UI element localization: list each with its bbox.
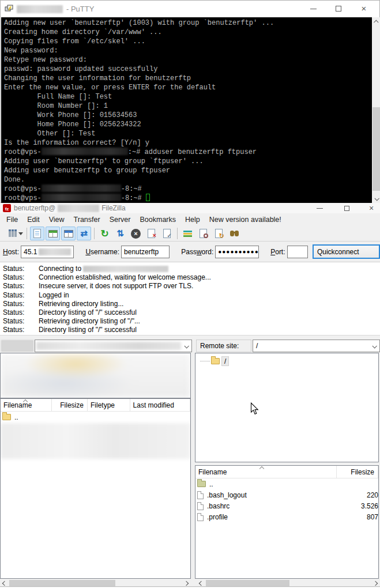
scroll-up-icon[interactable] — [372, 17, 380, 26]
local-updir-row[interactable]: .. — [1, 412, 190, 423]
port-label: Port: — [270, 248, 285, 256]
folder-icon — [197, 481, 206, 487]
server-address-blur — [58, 205, 99, 212]
cancel-button[interactable]: × — [129, 227, 143, 240]
site-manager-button[interactable] — [2, 227, 17, 240]
filezilla-minimize-icon[interactable] — [314, 203, 325, 213]
process-queue-button[interactable]: ⇅ — [113, 227, 127, 240]
status-row: Status:Directory listing of "/" successf… — [0, 308, 380, 317]
remote-directory-tree[interactable]: / — [195, 353, 379, 462]
disconnect-button[interactable]: × — [144, 227, 159, 240]
dropdown-arrow-icon — [18, 232, 23, 235]
password-label: Password: — [181, 248, 213, 256]
scrollbar-thumb[interactable] — [373, 107, 380, 191]
toggle-remote-tree-button[interactable] — [61, 227, 76, 240]
find-files-button[interactable] — [227, 227, 242, 240]
putty-terminal[interactable]: Adding new user `benutzerftp' (1003) wit… — [1, 17, 372, 203]
column-filetype[interactable]: Filetype — [88, 399, 130, 411]
local-site-combo[interactable] — [35, 340, 192, 352]
putty-close-icon[interactable]: × — [358, 1, 370, 17]
remote-file-list[interactable]: Filename Filesize .. .bash_logout 220 — [195, 465, 379, 579]
putty-maximize-icon[interactable] — [332, 1, 345, 17]
terminal-line: Is the information correct? [Y/n] y — [4, 138, 372, 148]
menu-edit[interactable]: Edit — [22, 214, 44, 225]
local-files-blur — [1, 423, 190, 459]
process-queue-icon: ⇅ — [116, 228, 124, 239]
status-row: Status:Insecure server, it does not supp… — [0, 282, 380, 291]
status-row: Status:Directory listing of "/" successf… — [0, 326, 380, 334]
terminal-line: Creating home directory `/var/www' ... — [4, 28, 372, 37]
putty-minimize-icon[interactable] — [307, 1, 319, 17]
menu-new-version[interactable]: New version available! — [205, 214, 286, 225]
local-file-list[interactable]: Filename Filesize Filetype Last modified… — [0, 398, 191, 579]
remote-file-row[interactable]: .bash_logout 220 — [195, 489, 378, 500]
local-tree-blur — [1, 353, 190, 398]
filezilla-close-icon[interactable]: × — [366, 203, 377, 213]
remote-updir-row[interactable]: .. — [195, 478, 378, 489]
terminal-line: passwd: password updated successfully — [4, 65, 372, 74]
menu-transfer[interactable]: Transfer — [69, 214, 105, 225]
toggle-local-tree-button[interactable] — [46, 227, 60, 240]
terminal-prompt-line: root@vps-:~# adduser benutzerftp ftpuser — [4, 148, 372, 157]
refresh-button[interactable]: ↻ — [97, 227, 112, 240]
selected-tree-item[interactable]: / — [221, 356, 229, 366]
terminal-line: Room Number []: 1 — [4, 101, 372, 111]
column-filesize[interactable]: Filesize — [337, 466, 378, 478]
check-icon: ✓ — [167, 233, 172, 239]
file-icon — [197, 491, 204, 499]
site-manager-dropdown[interactable] — [17, 227, 24, 240]
filezilla-window: fz benutzerftp@ FileZilla × File Edit Vi… — [0, 203, 380, 588]
local-path-blur — [36, 342, 181, 350]
menu-help[interactable]: Help — [180, 214, 205, 225]
hostname-blur — [42, 184, 121, 192]
terminal-line: Changing the user information for benutz… — [4, 74, 372, 83]
remote-tree-root-item[interactable]: / — [200, 356, 229, 366]
remote-file-row[interactable]: .profile 807 — [195, 511, 378, 522]
menu-view[interactable]: View — [44, 214, 69, 225]
toggle-message-log-button[interactable] — [30, 227, 44, 240]
file-panes: Filename Filesize Filetype Last modified… — [0, 338, 380, 588]
quickconnect-button[interactable]: Quickconnect — [313, 244, 380, 259]
status-log[interactable]: Status:Connecting to Status:Connection e… — [0, 262, 380, 335]
scroll-down-icon[interactable] — [372, 194, 380, 203]
host-input[interactable]: 45.1 — [21, 246, 74, 258]
filter-button[interactable] — [180, 227, 195, 240]
filezilla-titlebar[interactable]: fz benutzerftp@ FileZilla × — [0, 203, 380, 213]
remote-pane: Remote site: / / Filename — [195, 338, 380, 588]
status-row: Status:Logged in — [0, 291, 380, 300]
terminal-line: Home Phone []: 0256234322 — [4, 120, 372, 129]
terminal-line: Done. — [4, 175, 372, 184]
putty-hostname-blur — [17, 5, 63, 13]
username-input[interactable]: benutzerftp — [121, 246, 170, 258]
screen: - PuTTY × Adding new user `benutzerftp' … — [0, 0, 380, 588]
magnifier-icon — [204, 233, 208, 238]
putty-titlebar[interactable]: - PuTTY × — [1, 1, 379, 17]
reconnect-button[interactable]: ✓ — [160, 227, 174, 240]
menu-bookmarks[interactable]: Bookmarks — [135, 214, 180, 225]
terminal-line: Full Name []: Test — [4, 92, 372, 101]
password-input[interactable]: ●●●●●●●●●● — [215, 246, 259, 258]
putty-scrollbar[interactable] — [372, 17, 380, 203]
toggle-transfer-queue-button[interactable]: ⇄ — [77, 227, 91, 240]
filezilla-maximize-icon[interactable] — [341, 203, 352, 213]
menu-file[interactable]: File — [2, 214, 22, 225]
terminal-line: Adding user benutzerftp to group ftpuser — [4, 166, 372, 175]
column-last-modified[interactable]: Last modified — [130, 399, 190, 411]
remote-file-row[interactable]: .bashrc 3.526 — [195, 500, 378, 511]
remote-tree-icon — [64, 230, 73, 238]
synchronized-browsing-button[interactable]: ↻ — [212, 227, 226, 240]
column-filesize[interactable]: Filesize — [52, 399, 88, 411]
local-list-header: Filename Filesize Filetype Last modified — [1, 399, 190, 412]
terminal-line: Copying files from `/etc/skel' ... — [4, 37, 372, 46]
host-label: Host: — [3, 248, 19, 256]
status-row: Status:Connection established, waiting f… — [0, 273, 380, 282]
host-ip-blur — [39, 248, 71, 255]
column-filename[interactable]: Filename — [195, 466, 337, 478]
local-directory-tree[interactable] — [0, 353, 191, 398]
terminal-prompt-line: root@vps--8:~# — [4, 184, 372, 194]
remote-site-combo[interactable]: / — [253, 340, 380, 352]
column-filename[interactable]: Filename — [1, 399, 52, 411]
directory-comparison-button[interactable] — [196, 227, 210, 240]
menu-server[interactable]: Server — [105, 214, 136, 225]
port-input[interactable] — [287, 246, 308, 258]
